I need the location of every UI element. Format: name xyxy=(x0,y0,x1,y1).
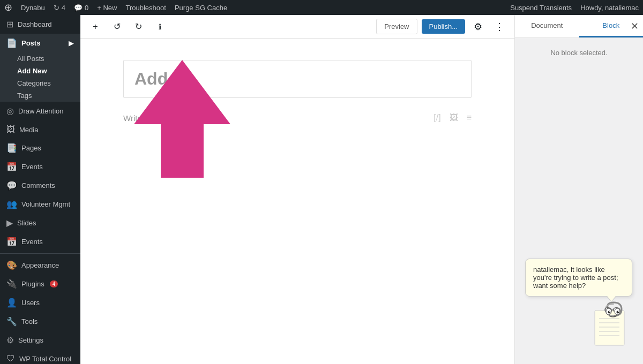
wp-logo-icon: ⊕ xyxy=(4,2,12,13)
sidebar-item-posts[interactable]: 📄 Posts ▶ xyxy=(0,34,80,52)
howdy-link[interactable]: Howdy, nataliemac xyxy=(580,4,639,12)
slides-icon: ▶ xyxy=(6,218,13,228)
info-button[interactable]: ℹ xyxy=(151,18,168,35)
pages-icon: 📑 xyxy=(6,143,17,153)
appearance-icon: 🎨 xyxy=(6,260,17,270)
editor-toolbar: + ↺ ↻ ℹ Preview Publish... ⚙ ⋮ xyxy=(80,15,514,39)
clippy-message: nataliemac, it looks like you're trying … xyxy=(533,266,618,290)
updates-link[interactable]: ↻ 4 xyxy=(54,4,65,12)
wptc-icon: 🛡 xyxy=(6,354,15,363)
svg-point-9 xyxy=(608,311,611,314)
more-tools-button[interactable]: ⋮ xyxy=(491,18,508,35)
clippy-container: nataliemac, it looks like you're trying … xyxy=(525,259,632,353)
sidebar-item-pages[interactable]: 📑 Pages xyxy=(0,139,80,157)
comments-link[interactable]: 💬 0 xyxy=(74,4,88,12)
troubleshoot-link[interactable]: Troubleshoot xyxy=(126,4,166,12)
toolbar-right: Preview Publish... ⚙ ⋮ xyxy=(376,18,508,35)
posts-icon: 📄 xyxy=(6,38,17,48)
preview-button[interactable]: Preview xyxy=(376,19,417,34)
new-link[interactable]: + New xyxy=(97,4,117,12)
plugins-badge: 4 xyxy=(50,280,58,287)
users-icon: 👤 xyxy=(6,298,17,308)
sidebar-item-events2[interactable]: 📅 Events xyxy=(0,232,80,251)
media-icon: 🖼 xyxy=(6,125,15,134)
undo-button[interactable]: ↺ xyxy=(108,18,125,35)
plugins-icon: 🔌 xyxy=(6,279,17,289)
svg-point-11 xyxy=(609,311,610,312)
clippy-figure xyxy=(589,300,632,353)
updates-icon: ↻ xyxy=(54,4,59,12)
comment-icon: 💬 xyxy=(74,4,83,12)
sidebar-item-events1[interactable]: 📅 Events xyxy=(0,157,80,176)
svg-point-12 xyxy=(618,311,619,312)
events1-icon: 📅 xyxy=(6,162,17,172)
site-name[interactable]: Dynabu xyxy=(21,4,45,12)
purge-cache-link[interactable]: Purge SG Cache xyxy=(175,4,227,12)
sidebar-item-media[interactable]: 🖼 Media xyxy=(0,120,80,139)
main-layout: ⊞ Dashboard 📄 Posts ▶ All Posts Add New … xyxy=(0,15,643,364)
settings-icon: ⚙ xyxy=(6,335,14,345)
post-title-area[interactable]: Add t xyxy=(123,60,472,98)
image-icon[interactable]: 🖼 xyxy=(450,113,458,123)
posts-arrow: ▶ xyxy=(69,39,74,47)
publish-button[interactable]: Publish... xyxy=(422,19,465,34)
tools-icon: 🔧 xyxy=(6,316,17,327)
sidebar-sub-all-posts[interactable]: All Posts xyxy=(0,52,80,65)
sidebar: ⊞ Dashboard 📄 Posts ▶ All Posts Add New … xyxy=(0,15,80,364)
dashboard-icon: ⊞ xyxy=(6,19,13,29)
panel-tabs: Document Block ✕ xyxy=(515,15,643,38)
admin-bar-right: Suspend Transients Howdy, nataliemac xyxy=(510,4,639,12)
post-body-area[interactable]: Write your story [/] 🖼 ≡ xyxy=(123,109,472,127)
svg-point-10 xyxy=(617,311,619,314)
suspend-transients-link[interactable]: Suspend Transients xyxy=(510,4,572,12)
main-content: + ↺ ↻ ℹ Preview Publish... ⚙ ⋮ Add t xyxy=(80,15,514,364)
post-body-icons: [/] 🖼 ≡ xyxy=(433,113,472,123)
clippy-bubble: nataliemac, it looks like you're trying … xyxy=(525,259,632,297)
sidebar-item-slides[interactable]: ▶ Slides xyxy=(0,214,80,232)
sidebar-item-users[interactable]: 👤 Users xyxy=(0,293,80,312)
add-block-button[interactable]: + xyxy=(87,18,104,35)
sidebar-sub-categories[interactable]: Categories xyxy=(0,77,80,89)
admin-bar: ⊕ Dynabu ↻ 4 💬 0 + New Troubleshoot Purg… xyxy=(0,0,643,15)
sidebar-item-wp-total-control[interactable]: 🛡 WP Total Control xyxy=(0,350,80,364)
events2-icon: 📅 xyxy=(6,237,17,247)
sidebar-sub-add-new[interactable]: Add New xyxy=(0,65,80,77)
settings-toggle-button[interactable]: ⚙ xyxy=(469,18,487,35)
tab-document[interactable]: Document xyxy=(515,15,579,37)
panel-close-button[interactable]: ✕ xyxy=(631,20,639,32)
sidebar-item-comments[interactable]: 💬 Comments xyxy=(0,176,80,195)
post-body-placeholder: Write your story xyxy=(123,113,433,123)
sidebar-item-tools[interactable]: 🔧 Tools xyxy=(0,312,80,331)
right-panel: Document Block ✕ No block selected. nata… xyxy=(514,15,643,364)
sidebar-item-plugins[interactable]: 🔌 Plugins 4 xyxy=(0,275,80,293)
sidebar-sub-tags[interactable]: Tags xyxy=(0,89,80,102)
sidebar-item-dashboard[interactable]: ⊞ Dashboard xyxy=(0,15,80,34)
editor-area[interactable]: Add t Write your story [/] 🖼 ≡ xyxy=(80,39,514,364)
posts-section: 📄 Posts ▶ All Posts Add New Categories T… xyxy=(0,34,80,102)
sidebar-item-volunteer-mgmt[interactable]: 👥 Volunteer Mgmt xyxy=(0,195,80,214)
draw-attention-icon: ◎ xyxy=(6,106,14,116)
sidebar-item-settings[interactable]: ⚙ Settings xyxy=(0,331,80,350)
comments-icon: 💬 xyxy=(6,180,17,191)
sidebar-item-appearance[interactable]: 🎨 Appearance xyxy=(0,256,80,275)
no-block-text: No block selected. xyxy=(550,49,607,57)
list-icon[interactable]: ≡ xyxy=(467,113,472,123)
post-title-placeholder: Add t xyxy=(134,69,178,88)
sidebar-divider xyxy=(0,253,80,254)
shortcode-icon[interactable]: [/] xyxy=(433,113,440,123)
redo-button[interactable]: ↻ xyxy=(130,18,147,35)
volunteer-icon: 👥 xyxy=(6,199,17,209)
sidebar-item-draw-attention[interactable]: ◎ Draw Attention xyxy=(0,102,80,120)
